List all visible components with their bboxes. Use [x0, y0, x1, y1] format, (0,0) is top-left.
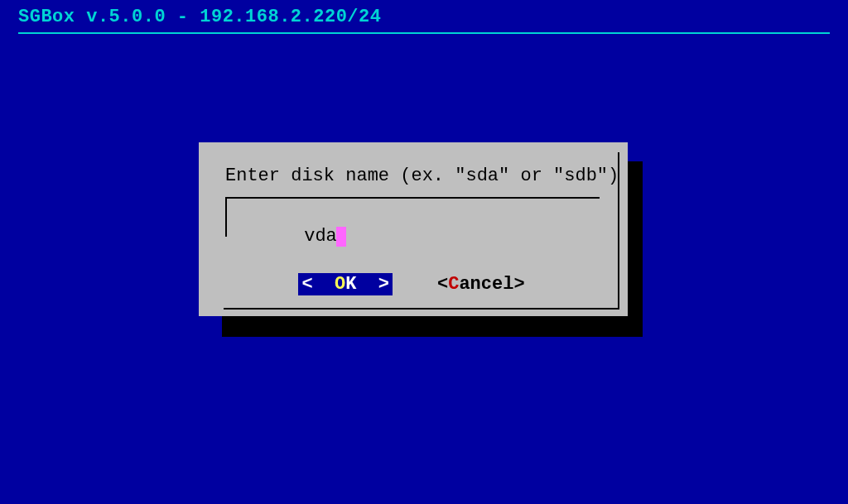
cancel-button[interactable]: <Cancel> — [434, 273, 528, 295]
dialog-button-row: < OK > <Cancel> — [199, 273, 628, 295]
ok-button[interactable]: < OK > — [298, 273, 393, 295]
dialog-border-bottom — [224, 308, 619, 310]
app-header: SGBox v.5.0.0 - 192.168.2.220/24 — [0, 0, 848, 32]
header-divider — [18, 32, 830, 34]
text-cursor — [336, 227, 346, 247]
app-title: SGBox v.5.0.0 - 192.168.2.220/24 — [18, 7, 381, 27]
disk-name-dialog: Enter disk name (ex. "sda" or "sdb") vda… — [199, 142, 628, 316]
disk-name-input[interactable]: vda — [225, 197, 600, 237]
input-value: vda — [304, 226, 337, 247]
dialog-prompt-text: Enter disk name (ex. "sda" or "sdb") — [225, 166, 619, 186]
